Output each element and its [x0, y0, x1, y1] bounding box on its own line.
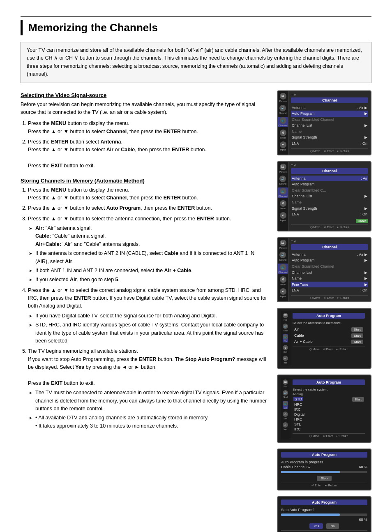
tv-footer-7: ◄► Move ⏎ Enter ↩ Return: [281, 530, 367, 532]
tv-hrc-label: HRC: [293, 402, 365, 407]
tv-icon-sound-circle-3: 🔊: [279, 252, 286, 258]
main-text-column: Selecting the Video Signal-source Before…: [21, 90, 269, 532]
tv-stl-label: STL: [293, 422, 365, 427]
tv-icon-channel-4: 📺 Ch: [283, 334, 288, 342]
sub-ant2: If the antenna is connected to ANT 2 IN …: [35, 250, 269, 266]
tv-icon-sound-4: 🔊 Snd: [283, 324, 288, 332]
step-2-3-sub: Air: "Air" antenna signal. Cable: "Cable…: [28, 224, 269, 284]
tv-icon-channel-circle-2: 📺: [280, 188, 286, 194]
tv-icon-picture-label-5: Pic: [284, 385, 287, 388]
tv-icon-picture-2: 🖼 Picture: [279, 164, 287, 173]
tv-icons-2: 🖼 Picture 🔊 Sound 📺 Channel ⚙: [278, 162, 288, 231]
tv-icon-setup-label: Setup: [280, 136, 286, 139]
page-title: Memorizing the Channels: [28, 21, 158, 34]
tv-yes-no-container: Yes No: [281, 523, 367, 529]
tv-footer-enter-2: ⏎ Enter: [324, 226, 334, 229]
tv-item-clear-2: Clear Scrambled C...: [291, 187, 368, 194]
tv-icon-picture-label-2: Picture: [279, 171, 287, 173]
tv-footer-1: ⬡ Move ⏎ Enter ↩ Return: [291, 148, 368, 153]
tv-icons-4: 🖼 Pic 🔊 Snd 📺 Ch ⚙ Se: [281, 311, 290, 365]
step-2-1: Press the MENU button to display the men…: [28, 186, 269, 202]
tv-item-chanlist-3: Channel List▶: [291, 270, 368, 276]
title-bar-decoration: [21, 20, 23, 35]
tv-progress-percent: 68 %: [359, 465, 367, 469]
tv-stop-question: Stop Auto Program?: [281, 508, 367, 512]
tv-icon-channel-label-2: Channel: [278, 195, 287, 197]
tv-screen-2: 🖼 Picture 🔊 Sound 📺 Channel ⚙: [277, 161, 371, 231]
tv-label-tv-2: T V: [291, 164, 368, 167]
tv-icon-picture-label-4: Pic: [284, 319, 287, 321]
step-1-2: Press the ENTER button select Antenna. P…: [28, 138, 269, 170]
section2-steps: Press the MENU button to display the men…: [21, 186, 269, 430]
tv-icon-input-5: ↵ Inp: [283, 422, 288, 430]
tv-icon-setup-label-3: Setup: [280, 283, 286, 286]
tv-icon-input-circle-2: ↵: [280, 212, 286, 219]
tv-item-clear-3: Clear Scrambled Channel: [291, 264, 368, 270]
tv-icon-setup-2: ⚙ Setup: [280, 200, 286, 210]
tv-icon-input-circle-5: ↵: [283, 422, 288, 428]
tv-main-3: T V Channel Antenna: Air ▶ Auto Program▶…: [288, 238, 371, 301]
tv-stop-header: Auto Program: [281, 500, 367, 505]
tv-icon-sound-label-4: Snd: [283, 329, 288, 332]
tv-auto-row-aircable: Air + Cable Start: [293, 339, 365, 345]
tv-icons-5: 🖼 Pic 🔊 Snd 📺 Ch ⚙ Se: [281, 378, 290, 439]
tv-screen-4: 🖼 Pic 🔊 Snd 📺 Ch ⚙ Se: [277, 308, 371, 369]
tv-icon-picture-5: 🖼 Pic: [283, 379, 288, 388]
tv-icon-channel-label: Channel: [278, 124, 287, 127]
tv-start-aircable: Start: [351, 340, 363, 344]
tv-main-4: Auto Program Select the antennas to memo…: [290, 311, 367, 365]
sub-air-step: If you selected Air, then go to step 5.: [35, 276, 269, 284]
tv-footer-return-2: ↩ Return: [337, 226, 349, 229]
tv-icon-sound-label-5: Snd: [283, 396, 288, 398]
tv-icon-picture-circle: 🖼: [280, 93, 286, 99]
tv-icon-setup-5: ⚙ Set: [283, 412, 288, 420]
tv-start-air: Start: [351, 327, 363, 332]
step-2-4-sub: If you have Digital cable TV, select the…: [28, 312, 269, 345]
tv-footer-enter-1: ⏎ Enter: [324, 150, 334, 153]
tv-row-label-aircable: Air + Cable: [294, 340, 313, 344]
tv-main-2: T V Channel Antenna: Air Auto Program Cl…: [288, 162, 371, 231]
tv-icon-picture-label: Picture: [279, 100, 287, 102]
tv-icon-sound-circle-4: 🔊: [283, 324, 288, 329]
tv-hrc2-label: HRC: [293, 417, 365, 422]
tv-screen-6: Auto Program Auto Program in progress. C…: [277, 449, 371, 490]
tv-std-row: STD Start: [293, 397, 365, 402]
tv-footer-move-3: ⬡ Move: [310, 296, 321, 300]
tv-start-cable: Start: [351, 333, 363, 338]
tv-screen-1: 🖼 Picture 🔊 Sound 📺 Channel ⚙: [277, 90, 371, 155]
step-2-2: Press the ▲ or ▼ button to select Auto P…: [28, 204, 269, 212]
sub-digital-tv: The TV must be connected to antenna/cabl…: [35, 389, 269, 413]
tv-footer-return-5: ↩ Return: [336, 435, 348, 438]
tv-auto-row-air: Air Start: [293, 326, 365, 333]
tv-item-signal-1: Signal Strength▶: [291, 134, 368, 141]
step-2-3: Press the ▲ or ▼ button to select the an…: [28, 215, 269, 284]
tv-progress-info: Cable Channel 67 68 %: [281, 465, 367, 469]
tv-footer-3: ⬡ Move ⏎ Enter ↩ Return: [291, 295, 368, 300]
tv-screen-3: 🖼 Picture 🔊 Sound 📺 Channel ⚙: [277, 237, 371, 302]
tv-icon-setup-circle-5: ⚙: [283, 412, 288, 417]
tv-footer-move-2: ⬡ Move: [310, 226, 321, 229]
tv-icon-input-circle-4: ↵: [283, 356, 288, 361]
tv-start-std: Start: [352, 397, 364, 402]
tv-icon-channel-5: 📺 Ch: [283, 401, 288, 409]
tv-icon-input-label-5: Inp: [284, 428, 287, 430]
tv-item-finetune-3: Fine Tune▶: [291, 282, 368, 288]
tv-header-2: Channel: [291, 168, 368, 174]
tv-screen-7: Auto Program Stop Auto Program? 68 % Yes…: [277, 496, 371, 532]
tv-no-button: No: [326, 523, 339, 529]
tv-progress-label: Auto Program in progress.: [281, 460, 367, 464]
tv-stop-progress-bar: [281, 513, 367, 516]
tv-main-5: Auto Program Select the cable system. An…: [290, 378, 367, 439]
tv-footer-enter-5: ⏎ Enter: [323, 435, 333, 438]
tv-item-autoprog-2: Auto Program: [291, 181, 368, 187]
section2-title: Storing Channels in Memory (Automatic Me…: [21, 178, 269, 184]
tv-footer-enter-4: ⏎ Enter: [323, 348, 333, 351]
tv-footer-enter-6: ⏎ Enter: [311, 484, 322, 487]
page: Memorizing the Channels Your TV can memo…: [0, 0, 392, 532]
tv-header-3: Channel: [291, 244, 368, 250]
tv-icon-picture-circle-2: 🖼: [280, 164, 286, 170]
tv-icon-channel-3: 📺 Channel: [278, 264, 288, 274]
tv-icon-picture-circle-5: 🖼: [283, 379, 288, 385]
tv-icon-sound: 🔊 Sound: [279, 105, 286, 114]
tv-icon-setup-label-2: Setup: [280, 207, 286, 210]
